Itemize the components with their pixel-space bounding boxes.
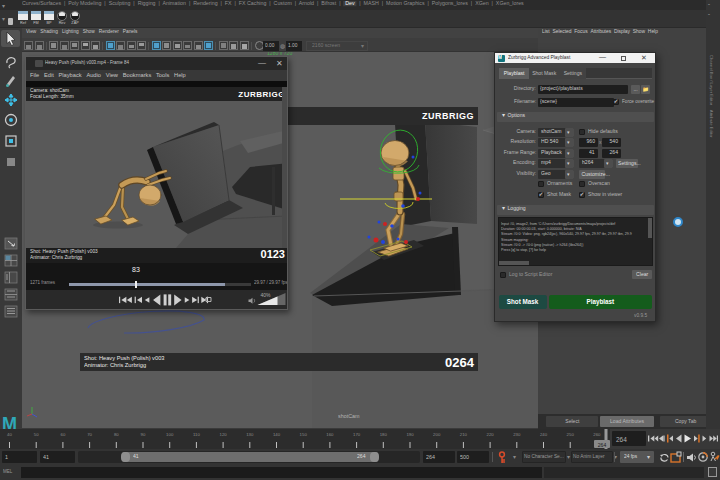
svg-text:140: 140 xyxy=(273,432,281,437)
svg-text:70: 70 xyxy=(87,432,92,437)
svg-text:110: 110 xyxy=(193,432,200,437)
svg-text:200: 200 xyxy=(433,432,441,437)
svg-text:40%: 40% xyxy=(261,292,272,298)
svg-text:260: 260 xyxy=(593,432,601,437)
svg-text:130: 130 xyxy=(246,432,254,437)
svg-text:50: 50 xyxy=(34,432,39,437)
svg-text:210: 210 xyxy=(460,432,468,437)
svg-text:220: 220 xyxy=(487,432,495,437)
svg-text:250: 250 xyxy=(567,432,575,437)
svg-text:40: 40 xyxy=(7,432,12,437)
svg-text:240: 240 xyxy=(540,432,548,437)
svg-text:160: 160 xyxy=(326,432,334,437)
svg-text:90: 90 xyxy=(141,432,146,437)
svg-text:170: 170 xyxy=(353,432,361,437)
svg-text:150: 150 xyxy=(300,432,308,437)
svg-text:180: 180 xyxy=(380,432,388,437)
svg-text:60: 60 xyxy=(61,432,66,437)
svg-text:80: 80 xyxy=(114,432,119,437)
svg-text:120: 120 xyxy=(220,432,228,437)
svg-text:100: 100 xyxy=(166,432,174,437)
svg-text:230: 230 xyxy=(513,432,521,437)
svg-text:264: 264 xyxy=(598,442,607,448)
svg-text:190: 190 xyxy=(406,432,414,437)
